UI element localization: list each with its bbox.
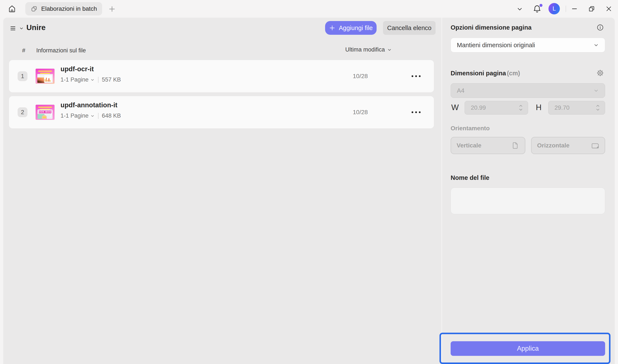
- bell-icon: [533, 4, 541, 13]
- add-files-button[interactable]: Aggiungi file: [325, 21, 377, 35]
- height-value: 29.70: [554, 104, 569, 111]
- plus-icon: [329, 25, 335, 31]
- width-stepper[interactable]: 20.99: [464, 101, 528, 115]
- row-more-button[interactable]: [409, 71, 424, 81]
- clear-list-label: Cancella elenco: [387, 25, 431, 32]
- file-size: 648 KB: [102, 112, 121, 119]
- ellipsis-icon: [412, 111, 413, 113]
- info-icon: [596, 24, 604, 31]
- batch-icon: [31, 6, 37, 12]
- file-thumbnail: LOOK BOOK: [36, 105, 54, 120]
- apply-label: Applica: [517, 345, 539, 352]
- column-header-file-info: Informazioni sul file: [36, 47, 86, 54]
- tool-menu-button[interactable]: [8, 23, 24, 33]
- meta-separator: [98, 113, 99, 119]
- chevron-down-icon: [19, 26, 24, 31]
- notifications-button[interactable]: [531, 3, 543, 15]
- stepper-arrows-icon: [518, 104, 523, 112]
- page-dimensions-label: Dimensioni pagina: [451, 70, 506, 77]
- pane-divider: [441, 18, 442, 364]
- home-icon: [8, 4, 16, 13]
- portrait-label: Verticale: [457, 142, 481, 149]
- page-dimensions-unit: (cm): [507, 70, 520, 77]
- page-size-options-label: Opzioni dimensione pagina: [451, 24, 531, 31]
- chevron-down-icon: [593, 88, 599, 93]
- chevron-down-icon: [516, 6, 523, 13]
- size-mode-select[interactable]: Mantieni dimensioni originali: [451, 38, 605, 52]
- maximize-button[interactable]: [586, 3, 597, 15]
- apply-button[interactable]: Applica: [451, 341, 605, 356]
- file-thumbnail: [36, 69, 54, 84]
- sort-chevron-icon: [387, 47, 392, 52]
- chevron-down-icon: [90, 78, 95, 82]
- restore-icon: [588, 5, 595, 13]
- content-area: Unire Aggiungi file Cancella elenco # In…: [3, 18, 615, 364]
- avatar-initial: L: [553, 5, 556, 12]
- hamburger-icon: [9, 25, 17, 32]
- chevron-down-icon: [90, 114, 95, 118]
- filename-label: Nome del file: [451, 174, 489, 181]
- minimize-button[interactable]: [569, 3, 580, 15]
- ellipsis-icon: [412, 75, 413, 77]
- home-button[interactable]: [6, 3, 18, 15]
- thumbnail-text: LOOK BOOK: [39, 111, 51, 113]
- page-title: Unire: [26, 23, 46, 32]
- tab-label: Elaborazioni in batch: [41, 5, 97, 12]
- portrait-page-icon: [511, 142, 519, 150]
- size-mode-value: Mantieni dimensioni originali: [457, 42, 535, 49]
- landscape-page-icon: [591, 142, 599, 150]
- gear-icon: [596, 69, 604, 77]
- landscape-label: Orizzontale: [537, 142, 569, 149]
- table-row[interactable]: 2 LOOK BOOK updf-annotation-it 1-1 Pagin…: [9, 96, 434, 128]
- settings-button[interactable]: [595, 67, 606, 78]
- column-header-last-modified[interactable]: Ultima modifica: [345, 46, 392, 53]
- row-more-button[interactable]: [409, 107, 424, 118]
- orientation-label: Orientamento: [451, 125, 490, 132]
- file-size: 557 KB: [102, 77, 121, 83]
- portrait-button[interactable]: Verticale: [451, 137, 525, 154]
- titlebar-menu-button[interactable]: [514, 5, 525, 13]
- file-name: updf-annotation-it: [61, 101, 117, 109]
- height-label: H: [536, 103, 541, 112]
- add-files-label: Aggiungi file: [339, 25, 373, 32]
- column-header-index: #: [22, 47, 25, 54]
- last-modified: 10/28: [353, 60, 368, 92]
- titlebar-divider: [566, 6, 566, 12]
- notification-dot: [540, 4, 542, 7]
- minimize-icon: [571, 5, 578, 13]
- last-modified: 10/28: [353, 96, 368, 128]
- close-button[interactable]: [603, 3, 615, 15]
- chevron-down-icon: [593, 42, 599, 48]
- paper-size-select[interactable]: A4: [451, 83, 605, 98]
- titlebar: Elaborazioni in batch L: [0, 0, 618, 18]
- filename-input[interactable]: [451, 188, 605, 214]
- avatar[interactable]: L: [548, 3, 560, 14]
- row-index-badge: 2: [18, 107, 27, 117]
- width-label: W: [451, 103, 459, 112]
- paper-size-value: A4: [457, 87, 464, 94]
- landscape-button[interactable]: Orizzontale: [531, 137, 605, 154]
- pages-dropdown[interactable]: 1-1 Pagine: [61, 77, 95, 83]
- tab-elaborazioni-in-batch[interactable]: Elaborazioni in batch: [25, 2, 102, 15]
- pages-dropdown[interactable]: 1-1 Pagine: [61, 112, 95, 119]
- plus-icon: [108, 5, 116, 13]
- info-button[interactable]: [595, 22, 606, 33]
- width-value: 20.99: [471, 104, 486, 111]
- clear-list-button[interactable]: Cancella elenco: [383, 21, 436, 35]
- height-stepper[interactable]: 29.70: [548, 101, 605, 115]
- new-tab-button[interactable]: [107, 4, 117, 14]
- meta-separator: [98, 77, 99, 83]
- file-name: updf-ocr-it: [61, 65, 94, 73]
- stepper-arrows-icon: [595, 104, 600, 112]
- row-index-badge: 1: [18, 71, 27, 81]
- close-icon: [605, 5, 612, 13]
- table-row[interactable]: 1 updf-ocr-it 1-1 Pagine 557 KB: [9, 60, 434, 92]
